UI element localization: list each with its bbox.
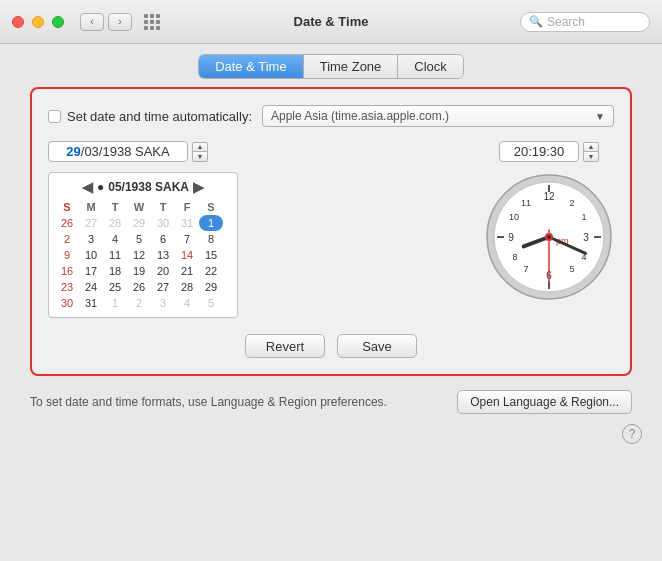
back-button[interactable]: ‹ (80, 13, 104, 31)
cal-day[interactable]: 27 (151, 279, 175, 295)
cal-day[interactable]: 26 (55, 215, 79, 231)
analog-clock: 12 3 6 9 2 4 5 11 8 7 10 1 pm (484, 172, 614, 302)
footer: To set date and time formats, use Langua… (0, 376, 662, 424)
time-stepper: ▲ ▼ (583, 142, 599, 162)
date-stepper: ▲ ▼ (192, 142, 208, 162)
cal-day[interactable]: 3 (79, 231, 103, 247)
calendar: ◀ ● 05/1938 SAKA ▶ S M T W T F S (48, 172, 238, 318)
svg-text:2: 2 (569, 198, 574, 208)
time-input[interactable]: 20:19:30 (499, 141, 579, 162)
cal-header-tue: T (103, 199, 127, 215)
date-down[interactable]: ▼ (192, 152, 208, 162)
auto-dropdown[interactable]: Apple Asia (time.asia.apple.com.) ▼ (262, 105, 614, 127)
time-up[interactable]: ▲ (583, 142, 599, 152)
date-input[interactable]: 29/03/1938 SAKA (48, 141, 188, 162)
cal-day[interactable]: 11 (103, 247, 127, 263)
cal-day[interactable]: 17 (79, 263, 103, 279)
svg-text:8: 8 (512, 252, 517, 262)
search-box[interactable]: 🔍 Search (520, 12, 650, 32)
cal-day[interactable]: 30 (55, 295, 79, 311)
date-up[interactable]: ▲ (192, 142, 208, 152)
maximize-button[interactable] (52, 16, 64, 28)
date-day-highlighted: 29 (66, 144, 80, 159)
cal-day[interactable]: 22 (199, 263, 223, 279)
cal-day[interactable]: 29 (199, 279, 223, 295)
cal-day[interactable]: 18 (103, 263, 127, 279)
auto-label-text: Set date and time automatically: (67, 109, 252, 124)
forward-button[interactable]: › (108, 13, 132, 31)
cal-header-fri: F (175, 199, 199, 215)
time-down[interactable]: ▼ (583, 152, 599, 162)
grid-icon[interactable] (144, 14, 160, 30)
open-language-button[interactable]: Open Language & Region... (457, 390, 632, 414)
cal-day[interactable]: 21 (175, 263, 199, 279)
cal-day[interactable]: 29 (127, 215, 151, 231)
traffic-lights (12, 16, 64, 28)
cal-day[interactable]: 1 (103, 295, 127, 311)
cal-day[interactable]: 12 (127, 247, 151, 263)
tabbar: Date & Time Time Zone Clock (0, 44, 662, 87)
calendar-month-year: 05/1938 SAKA (108, 180, 189, 194)
date-field: 29/03/1938 SAKA ▲ ▼ (48, 141, 464, 162)
cal-day[interactable]: 8 (199, 231, 223, 247)
cal-bullet: ● (97, 180, 104, 194)
cal-day[interactable]: 28 (103, 215, 127, 231)
cal-day[interactable]: 20 (151, 263, 175, 279)
middle-row: 29/03/1938 SAKA ▲ ▼ ◀ ● 05/1938 SAKA ▶ (48, 141, 614, 318)
cal-day[interactable]: 9 (55, 247, 79, 263)
cal-day[interactable]: 2 (55, 231, 79, 247)
cal-day[interactable]: 5 (199, 295, 223, 311)
save-button[interactable]: Save (337, 334, 417, 358)
cal-day[interactable]: 13 (151, 247, 175, 263)
cal-day[interactable]: 27 (79, 215, 103, 231)
cal-day[interactable]: 4 (175, 295, 199, 311)
right-side: 20:19:30 ▲ ▼ 12 (484, 141, 614, 302)
tab-date-time[interactable]: Date & Time (199, 55, 304, 78)
auto-checkbox-label[interactable]: Set date and time automatically: (48, 109, 252, 124)
svg-text:7: 7 (523, 264, 528, 274)
cal-day[interactable]: 26 (127, 279, 151, 295)
auto-row: Set date and time automatically: Apple A… (48, 105, 614, 127)
cal-day[interactable]: 3 (151, 295, 175, 311)
cal-day[interactable]: 19 (127, 263, 151, 279)
svg-text:11: 11 (521, 198, 531, 208)
cal-day[interactable]: 16 (55, 263, 79, 279)
cal-header-thu: T (151, 199, 175, 215)
svg-text:9: 9 (508, 232, 514, 243)
footer-text: To set date and time formats, use Langua… (30, 395, 387, 409)
dropdown-value: Apple Asia (time.asia.apple.com.) (271, 109, 449, 123)
auto-checkbox[interactable] (48, 110, 61, 123)
cal-day[interactable]: 31 (175, 215, 199, 231)
cal-day[interactable]: 14 (175, 247, 199, 263)
cal-day[interactable]: 30 (151, 215, 175, 231)
cal-day[interactable]: 24 (79, 279, 103, 295)
cal-day[interactable]: 4 (103, 231, 127, 247)
cal-header-wed: W (127, 199, 151, 215)
cal-day[interactable]: 23 (55, 279, 79, 295)
cal-day[interactable]: 15 (199, 247, 223, 263)
cal-day[interactable]: 28 (175, 279, 199, 295)
cal-day[interactable]: 2 (127, 295, 151, 311)
cal-next[interactable]: ▶ (193, 179, 204, 195)
cal-day[interactable]: 5 (127, 231, 151, 247)
cal-day[interactable]: 31 (79, 295, 103, 311)
calendar-header: ◀ ● 05/1938 SAKA ▶ (55, 179, 231, 195)
minimize-button[interactable] (32, 16, 44, 28)
help-button[interactable]: ? (622, 424, 642, 444)
action-row: Revert Save (48, 334, 614, 358)
cal-prev[interactable]: ◀ (82, 179, 93, 195)
svg-text:1: 1 (581, 212, 586, 222)
close-button[interactable] (12, 16, 24, 28)
cal-day[interactable]: 6 (151, 231, 175, 247)
cal-day[interactable]: 25 (103, 279, 127, 295)
content: Set date and time automatically: Apple A… (0, 87, 662, 376)
cal-day[interactable]: 7 (175, 231, 199, 247)
tab-group: Date & Time Time Zone Clock (198, 54, 464, 79)
cal-day-today[interactable]: 1 (199, 215, 223, 231)
tab-time-zone[interactable]: Time Zone (304, 55, 399, 78)
cal-day[interactable]: 10 (79, 247, 103, 263)
window-title: Date & Time (294, 14, 369, 29)
calendar-grid: S M T W T F S 26 27 28 29 30 31 (55, 199, 231, 311)
tab-clock[interactable]: Clock (398, 55, 463, 78)
revert-button[interactable]: Revert (245, 334, 325, 358)
